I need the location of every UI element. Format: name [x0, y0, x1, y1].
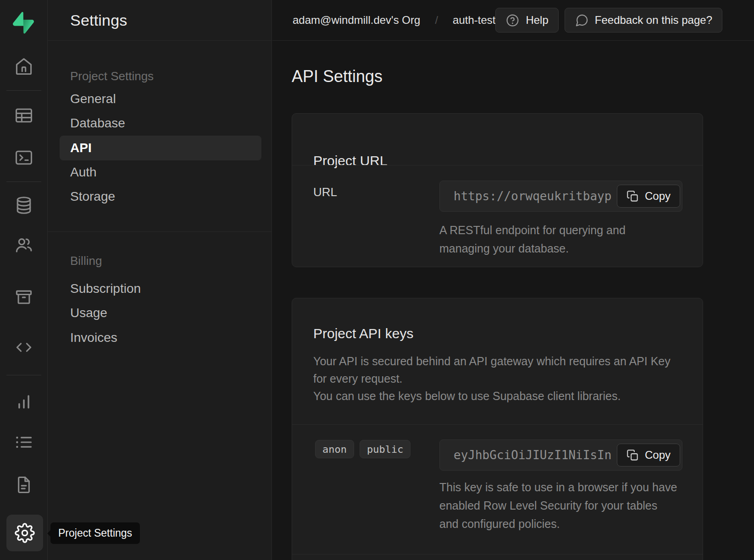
project-api-keys-card: Project API keys Your API is secured beh… — [292, 298, 703, 560]
copy-anon-key-button-label: Copy — [645, 449, 671, 461]
sidebar-storage-button[interactable] — [13, 286, 35, 308]
code-icon — [14, 337, 34, 357]
settings-nav-item-invoices[interactable]: Invoices — [60, 325, 261, 350]
main-header: adam@windmill.dev's Org / auth-test Help… — [272, 0, 754, 41]
api-keys-card-title: Project API keys — [313, 326, 413, 341]
home-icon — [14, 56, 34, 77]
feedback-bubble-icon — [575, 13, 589, 27]
project-url-card: Project URL URL https://orwqeukritbayp C… — [292, 113, 703, 267]
settings-nav-item-storage[interactable]: Storage — [60, 184, 261, 209]
settings-nav-item-general[interactable]: General — [60, 87, 261, 111]
logs-list-icon — [14, 432, 34, 452]
card-divider — [292, 165, 703, 165]
table-editor-icon — [14, 105, 34, 126]
copy-url-button-label: Copy — [645, 190, 671, 203]
tooltip-label: Project Settings — [58, 527, 132, 539]
url-field-label: URL — [313, 185, 337, 199]
settings-nav-title: Settings — [70, 11, 127, 29]
sidebar-home-button[interactable] — [13, 55, 35, 77]
help-button[interactable]: Help — [495, 8, 558, 33]
sidebar-sql-editor-button[interactable] — [13, 147, 35, 169]
sidebar-project-settings-button[interactable] — [6, 515, 43, 551]
api-keys-description-line-1: Your API is secured behind an API gatewa… — [313, 352, 676, 387]
settings-nav-item-database[interactable]: Database — [60, 111, 261, 136]
settings-nav-header: Settings — [48, 0, 272, 41]
anon-key-input-group: eyJhbGciOiJIUzI1NiIsIn Copy — [439, 439, 682, 471]
sidebar-database-button[interactable] — [13, 194, 35, 216]
storage-icon — [14, 287, 34, 307]
gear-icon — [15, 523, 35, 543]
rail-divider — [6, 181, 41, 182]
auth-users-icon — [14, 235, 34, 255]
breadcrumb-project[interactable]: auth-test — [453, 14, 495, 27]
help-circle-icon — [505, 13, 520, 27]
breadcrumb-org[interactable]: adam@windmill.dev's Org — [293, 14, 420, 27]
bar-chart-icon — [14, 391, 34, 412]
copy-icon — [626, 190, 639, 203]
sidebar-reports-button[interactable] — [13, 390, 35, 412]
nav-section-heading-billing: Billing — [70, 248, 102, 273]
settings-nav-item-usage[interactable]: Usage — [60, 301, 261, 325]
settings-nav-item-auth[interactable]: Auth — [60, 160, 261, 185]
sidebar-api-docs-button[interactable] — [13, 474, 35, 496]
page-title: API Settings — [292, 67, 383, 86]
feedback-button-label: Feedback on this page? — [595, 14, 712, 27]
supabase-logo[interactable] — [13, 12, 34, 33]
settings-nav-item-api[interactable]: API — [60, 136, 261, 160]
nav-divider — [48, 231, 272, 232]
sql-editor-icon — [14, 148, 34, 168]
rail-divider — [6, 90, 41, 91]
icon-rail — [0, 0, 48, 560]
public-badge: public — [360, 440, 410, 458]
anon-key-description: This key is safe to use in a browser if … — [439, 478, 678, 533]
card-divider — [292, 554, 703, 555]
project-url-input-group: https://orwqeukritbayp Copy — [439, 181, 682, 212]
breadcrumb-separator: / — [435, 14, 438, 27]
sidebar-table-editor-button[interactable] — [13, 104, 35, 126]
rail-divider — [6, 375, 41, 375]
copy-icon — [626, 449, 639, 461]
help-button-label: Help — [526, 14, 548, 27]
settings-nav-item-subscription[interactable]: Subscription — [60, 276, 261, 301]
nav-section-heading-project-settings: Project Settings — [70, 64, 154, 88]
project-settings-tooltip: Project Settings — [50, 522, 140, 544]
sidebar-edge-functions-button[interactable] — [13, 336, 35, 358]
api-keys-description-line-2: You can use the keys below to use Supaba… — [313, 387, 676, 405]
card-divider — [292, 424, 703, 425]
feedback-button[interactable]: Feedback on this page? — [565, 8, 722, 33]
anon-badge: anon — [315, 440, 354, 458]
main-area: adam@windmill.dev's Org / auth-test Help… — [272, 0, 754, 560]
project-url-card-title: Project URL — [313, 153, 388, 169]
database-icon — [14, 195, 34, 215]
api-keys-card-description: Your API is secured behind an API gatewa… — [313, 352, 676, 405]
project-url-description: A RESTful endpoint for querying and mana… — [439, 221, 646, 258]
breadcrumb: adam@windmill.dev's Org / auth-test — [293, 14, 495, 27]
file-document-icon — [14, 475, 34, 495]
sidebar-auth-button[interactable] — [13, 234, 35, 256]
api-key-badges: anon public — [315, 440, 410, 458]
copy-url-button[interactable]: Copy — [617, 185, 680, 208]
sidebar-logs-button[interactable] — [13, 431, 35, 453]
copy-anon-key-button[interactable]: Copy — [617, 444, 680, 467]
settings-nav-panel: Settings Project Settings General Databa… — [48, 0, 272, 560]
